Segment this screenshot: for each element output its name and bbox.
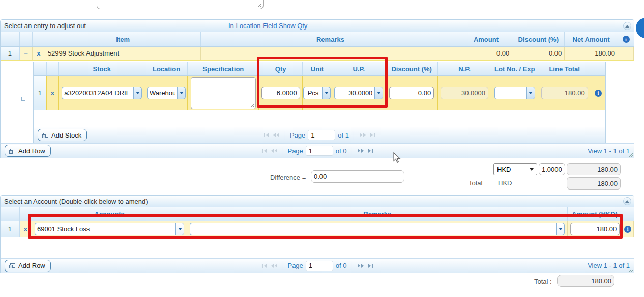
header-unit: Unit xyxy=(303,62,332,75)
location-input[interactable] xyxy=(147,87,177,99)
header-info xyxy=(622,207,634,221)
account-remarks-input[interactable] xyxy=(190,223,556,235)
chevron-down-icon xyxy=(178,228,182,230)
chevron-down-icon xyxy=(377,92,381,94)
next-page-button[interactable] xyxy=(357,148,365,154)
first-page-button[interactable] xyxy=(260,148,267,154)
header-collapse xyxy=(20,32,33,46)
delete-row-cell[interactable]: x xyxy=(47,76,59,110)
info-icon[interactable]: i xyxy=(624,226,631,233)
stock-input[interactable] xyxy=(62,87,133,99)
resize-grip-icon[interactable] xyxy=(250,103,255,108)
last-page-button[interactable] xyxy=(367,148,374,154)
currency-select[interactable]: HKD xyxy=(493,163,537,175)
last-page-button[interactable] xyxy=(367,263,374,269)
header-info xyxy=(591,62,605,75)
resize-grip-icon[interactable] xyxy=(629,267,633,272)
next-page-button[interactable] xyxy=(359,132,367,138)
prev-page-button[interactable] xyxy=(272,132,280,138)
specification-textarea-wrap xyxy=(191,77,256,109)
info-icon[interactable]: i xyxy=(595,90,602,97)
chevron-down-icon xyxy=(529,92,533,94)
dropdown-button[interactable] xyxy=(526,87,535,99)
add-stock-button[interactable]: Add Stock xyxy=(38,129,87,141)
unit-price-combobox[interactable] xyxy=(334,87,383,99)
floating-action-button[interactable] xyxy=(636,18,644,38)
account-combobox[interactable] xyxy=(35,223,185,235)
add-row-button[interactable]: Add Row xyxy=(5,260,51,272)
delete-row-icon[interactable]: x xyxy=(24,226,27,232)
account-input[interactable] xyxy=(35,223,176,235)
prev-page-button[interactable] xyxy=(270,263,278,269)
dropdown-button[interactable] xyxy=(133,87,142,99)
collapse-row-icon[interactable]: − xyxy=(24,50,28,57)
remarks-cell[interactable] xyxy=(201,47,460,60)
resize-grip-icon[interactable] xyxy=(629,153,633,157)
dropdown-button[interactable] xyxy=(374,87,383,99)
specification-textarea[interactable] xyxy=(191,77,256,109)
dropdown-button[interactable] xyxy=(322,87,331,99)
account-remarks-combobox[interactable] xyxy=(190,223,565,235)
first-page-button[interactable] xyxy=(263,132,270,138)
delete-row-icon[interactable]: x xyxy=(37,50,40,57)
stock-combobox[interactable] xyxy=(62,87,142,99)
subgrid-row: Stock Location Specification Qty Unit U.… xyxy=(1,60,634,143)
account-row: 1 x i xyxy=(1,221,634,237)
location-combobox[interactable] xyxy=(147,87,186,99)
stock-toolbar: Add Stock Page of 1 xyxy=(34,127,605,143)
line-discount-input[interactable] xyxy=(389,87,434,99)
resize-grip-icon[interactable] xyxy=(257,3,262,8)
unit-cell xyxy=(303,76,332,110)
delete-row-cell[interactable]: x xyxy=(20,221,32,237)
unit-combobox[interactable] xyxy=(303,87,331,99)
net-price-cell xyxy=(438,76,492,110)
next-page-button[interactable] xyxy=(357,263,365,269)
add-record-icon xyxy=(10,149,15,153)
delete-row-cell[interactable]: x xyxy=(33,47,45,60)
header-net-amount: Net Amount xyxy=(565,32,618,46)
stock-cell xyxy=(59,76,145,110)
view-records-label: View 1 - 1 of 1 xyxy=(588,147,630,155)
add-row-button[interactable]: Add Row xyxy=(5,145,51,157)
add-record-icon xyxy=(43,133,48,138)
accounts-panel: Select an Account (Double-click below to… xyxy=(0,195,634,273)
specification-cell xyxy=(188,76,259,110)
lot-no-combobox[interactable] xyxy=(494,87,535,99)
lot-no-cell xyxy=(491,76,538,110)
page-input[interactable] xyxy=(306,261,333,271)
accounts-header-row: Accounts Remarks Amount (HKD) xyxy=(1,207,634,221)
lot-no-input[interactable] xyxy=(494,87,526,99)
difference-input[interactable] xyxy=(311,170,404,183)
info-icon[interactable]: i xyxy=(623,36,630,43)
delete-row-icon[interactable]: x xyxy=(51,90,54,96)
collapse-panel-button[interactable] xyxy=(623,197,631,205)
page-input[interactable] xyxy=(308,130,335,140)
total-label: Total xyxy=(469,179,482,187)
qty-input[interactable] xyxy=(261,87,300,99)
dropdown-button[interactable] xyxy=(177,87,186,99)
dropdown-button[interactable] xyxy=(175,223,184,235)
exchange-rate-input[interactable] xyxy=(539,163,565,175)
page-label: Page xyxy=(290,131,305,139)
note-textarea[interactable] xyxy=(97,0,264,9)
first-page-button[interactable] xyxy=(260,263,267,269)
header-location: Location xyxy=(145,62,188,75)
accounts-panel-titlebar: Select an Account (Double-click below to… xyxy=(1,196,634,207)
header-remarks: Remarks xyxy=(187,207,568,221)
collapse-panel-button[interactable] xyxy=(623,22,631,30)
entries-toolbar: Add Row Page of 0 View 1 - 1 of 1 xyxy=(1,143,634,158)
dropdown-button[interactable] xyxy=(556,223,565,235)
unit-input[interactable] xyxy=(303,87,322,99)
subgrid-empty-area xyxy=(34,110,605,127)
unit-price-input[interactable] xyxy=(334,87,374,99)
header-stock: Stock xyxy=(59,62,145,75)
page-input[interactable] xyxy=(306,146,333,156)
total-currency-label: HKD xyxy=(498,179,512,187)
net-amount-cell: 180.00 xyxy=(565,47,618,60)
collapse-row-cell[interactable]: − xyxy=(20,47,33,60)
last-page-button[interactable] xyxy=(369,132,376,138)
in-location-show-qty-link[interactable]: In Location Field Show Qty xyxy=(228,22,307,30)
account-amount-input[interactable] xyxy=(570,223,620,235)
prev-page-button[interactable] xyxy=(270,148,278,154)
item-cell[interactable]: 52999 Stock Adjustment xyxy=(45,47,201,60)
